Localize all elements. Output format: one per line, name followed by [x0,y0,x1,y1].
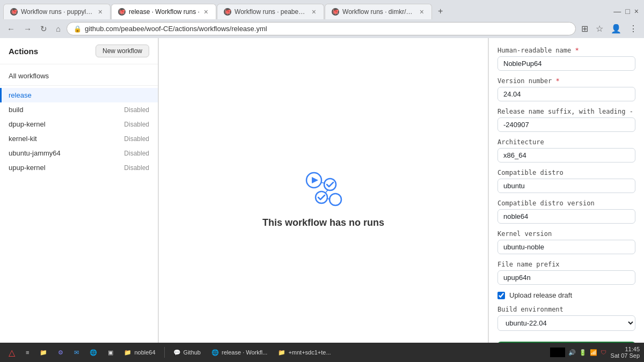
browser-actions: ⊞ ☆ 👤 ⋮ [579,23,640,35]
compatible-distro-version-input[interactable] [497,209,635,224]
workflow-name-release: release [9,91,32,99]
field-group-architecture: Architecture [497,138,635,162]
field-label-version: Version number * [497,77,635,85]
field-label-distro-version: Compatible distro version [497,200,635,207]
new-workflow-button[interactable]: New workflow [96,45,149,57]
home-button[interactable]: ⌂ [53,23,63,34]
taskbar-item-noble64[interactable]: 📁 noble64 [120,348,159,358]
upload-release-checkbox[interactable] [497,292,505,299]
address-bar: ← → ↻ ⌂ 🔒 github.com/peabee/woof-CE/acti… [0,19,644,38]
taskbar-item-browser[interactable]: 🌐 [85,348,101,358]
sidebar-item-build[interactable]: build Disabled [0,102,158,117]
back-button[interactable]: ← [4,23,18,34]
workflow-disabled-kernel-kit: Disabled [124,135,149,143]
sidebar-item-ubuntu-jammy64[interactable]: ubuntu-jammy64 Disabled [0,146,158,160]
version-number-input[interactable] [497,87,635,101]
browser-chrome: 🐙 Workflow runs · puppylinu... × 🐙 relea… [0,0,644,38]
minimize-button[interactable]: — [613,7,621,16]
workflow-name-kernel-kit: kernel-kit [9,135,37,143]
menu-button[interactable]: ⋮ [627,23,640,35]
tab-3-close[interactable]: × [311,8,317,16]
field-label-kernel-version: Kernel version [497,230,635,238]
taskbar-mnt-label: +mnt+sdc1+te... [288,349,331,356]
profile-button[interactable]: 👤 [609,23,624,35]
field-group-distro: Compatible distro [497,169,635,193]
forward-button[interactable]: → [21,23,34,34]
sidebar-item-release[interactable]: release [0,88,158,102]
taskbar-item-settings[interactable]: ⚙ [54,348,68,358]
field-label-distro: Compatible distro [497,169,635,176]
svg-point-4 [330,194,341,205]
close-button[interactable]: × [634,7,639,16]
taskbar-item-mnt[interactable]: 📁 +mnt+sdc1+te... [274,348,335,358]
logo-icon: △ [9,348,15,358]
folder-noble64-icon: 📁 [124,349,131,356]
workflow-name-build: build [9,106,23,114]
file-name-prefix-input[interactable] [497,270,635,285]
build-environment-select[interactable]: ubuntu-22.04 ubuntu-20.04 ubuntu-18.04 [497,315,635,331]
email-icon: ✉ [74,349,79,356]
required-indicator: * [575,47,579,54]
taskbar-item-menu[interactable]: ≡ [21,348,33,357]
human-name-input[interactable] [497,56,635,71]
system-tray: 🔊 🔋 📶 🛡 [550,348,606,357]
all-workflows-item[interactable]: All workflows [0,69,158,83]
black-square [550,348,565,357]
kernel-version-input[interactable] [497,240,635,254]
sidebar-item-kernel-kit[interactable]: kernel-kit Disabled [0,131,158,146]
settings-icon: ⚙ [58,349,63,356]
empty-state-text: This workflow has no runs [262,217,384,228]
taskbar-clock: 11:45 Sat 07 Sep [611,346,640,359]
tab-2[interactable]: 🐙 release · Workflow runs · × [111,4,216,19]
tab-2-close[interactable]: × [203,8,209,16]
github-chat-icon: 💬 [173,349,181,356]
new-tab-button[interactable]: + [433,3,448,19]
taskbar-item-files[interactable]: 📁 [35,348,52,358]
svg-marker-1 [312,177,318,183]
extensions-button[interactable]: ⊞ [579,23,590,35]
tab-3-favicon: 🐙 [224,8,231,16]
sidebar-title: Actions [9,47,38,56]
tab-2-label: release · Workflow runs · [129,8,200,16]
taskbar-item-logo[interactable]: △ [4,346,19,359]
release-suffix-input[interactable] [497,117,635,132]
url-text: github.com/peabee/woof-CE/actions/workfl… [85,25,569,33]
tab-4-close[interactable]: × [419,8,425,16]
taskbar-noble64-label: noble64 [134,349,155,356]
tab-4-label: Workflow runs · dimkr/wo... [342,8,415,16]
compatible-distro-input[interactable] [497,179,635,193]
sidebar-item-upup-kernel[interactable]: upup-kernel Disabled [0,160,158,175]
url-bar[interactable]: 🔒 github.com/peabee/woof-CE/actions/work… [67,22,576,35]
content-area: This workflow has no runs [158,38,488,360]
empty-state: This workflow has no runs [262,169,384,228]
taskbar-github-label: Github [184,349,201,356]
maximize-button[interactable]: □ [625,7,630,16]
taskbar-item-github[interactable]: 💬 Github [169,348,205,358]
tab-1-label: Workflow runs · puppylinu... [21,8,94,16]
taskbar-item-release-workflow[interactable]: 🌐 release · Workfl... [207,348,272,358]
security-icon: 🔒 [74,25,82,33]
tab-3[interactable]: 🐙 Workflow runs · peabee/r... × [217,4,324,19]
field-group-human-name: Human-readable name * [497,47,635,71]
sidebar-item-dpup-kernel[interactable]: dpup-kernel Disabled [0,117,158,131]
tab-4[interactable]: 🐙 Workflow runs · dimkr/wo... × [325,4,432,19]
taskbar-right: 🔊 🔋 📶 🛡 11:45 Sat 07 Sep [550,346,640,359]
field-group-build-env: Build environment ubuntu-22.04 ubuntu-20… [497,306,635,331]
tab-1[interactable]: 🐙 Workflow runs · puppylinu... × [3,4,111,19]
taskbar: △ ≡ 📁 ⚙ ✉ 🌐 ▣ 📁 noble64 💬 Github 🌐 relea… [0,343,644,362]
volume-icon[interactable]: 🔊 [568,349,576,356]
workflow-name-ubuntu-jammy64: ubuntu-jammy64 [9,149,61,157]
reload-button[interactable]: ↻ [38,23,50,35]
taskbar-item-email[interactable]: ✉ [70,348,83,358]
field-group-file-prefix: File name prefix [497,261,635,285]
files-icon: 📁 [40,349,47,356]
taskbar-item-terminal[interactable]: ▣ [104,348,118,358]
tab-bar: 🐙 Workflow runs · puppylinu... × 🐙 relea… [0,0,644,19]
architecture-input[interactable] [497,148,635,162]
bookmark-button[interactable]: ☆ [594,23,605,35]
sidebar-section: All workflows release build Disabled dpu… [0,64,158,179]
field-group-kernel-version: Kernel version [497,230,635,254]
upload-release-checkbox-row: Upload release draft [497,291,635,299]
tab-1-close[interactable]: × [97,8,104,16]
field-group-release-suffix: Release name suffix, with leading - [497,108,635,132]
